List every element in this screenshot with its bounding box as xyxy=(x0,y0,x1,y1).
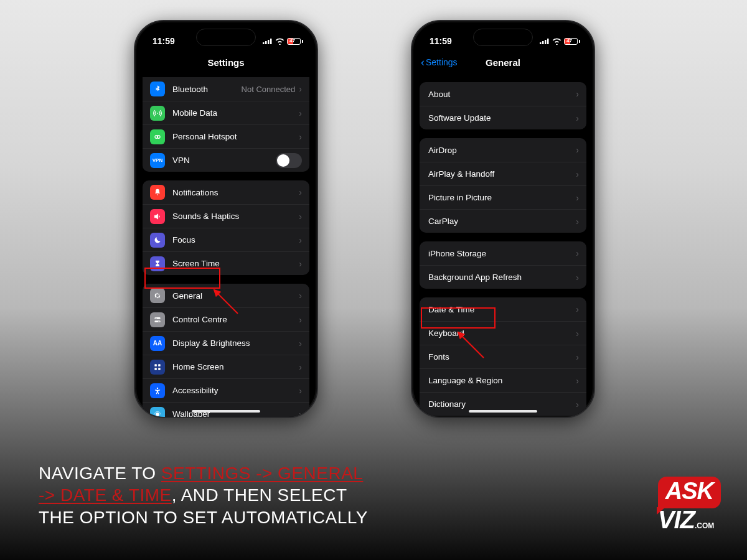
chevron-right-icon: › xyxy=(576,193,579,203)
status-time: 11:59 xyxy=(153,36,175,46)
row-carplay[interactable]: CarPlay› xyxy=(420,209,586,233)
chevron-right-icon: › xyxy=(576,352,579,362)
cellular-icon xyxy=(540,38,550,44)
chevron-right-icon: › xyxy=(576,145,579,155)
row-background-refresh[interactable]: Background App Refresh› xyxy=(420,265,586,289)
row-about[interactable]: About› xyxy=(420,82,586,106)
chevron-right-icon: › xyxy=(299,409,302,419)
chevron-right-icon: › xyxy=(299,132,302,142)
settings-group-connectivity: Bluetooth Not Connected › Mobile Data › … xyxy=(143,77,309,172)
general-group-datetime: Date & Time› Keyboard› Fonts› Language &… xyxy=(420,297,586,416)
chevron-right-icon: › xyxy=(576,304,579,314)
general-group-storage: iPhone Storage› Background App Refresh› xyxy=(420,241,586,289)
moon-icon xyxy=(150,233,165,248)
chevron-right-icon: › xyxy=(576,169,579,179)
askviz-logo: ASK VIZ.COM xyxy=(658,477,721,534)
row-control-centre[interactable]: Control Centre › xyxy=(143,307,309,331)
chevron-right-icon: › xyxy=(576,273,579,282)
chevron-right-icon: › xyxy=(299,315,302,325)
page-title: Settings xyxy=(207,57,244,68)
chevron-right-icon: › xyxy=(299,362,302,372)
chevron-right-icon: › xyxy=(576,329,579,338)
chevron-right-icon: › xyxy=(576,217,579,226)
back-button[interactable]: ‹ Settings xyxy=(421,57,458,68)
settings-group-general: General › Control Centre › AA Display & … xyxy=(143,284,309,418)
vpn-toggle[interactable] xyxy=(276,153,302,168)
chevron-left-icon: ‹ xyxy=(421,57,425,68)
row-sounds-haptics[interactable]: Sounds & Haptics › xyxy=(143,204,309,228)
row-home-screen[interactable]: Home Screen › xyxy=(143,355,309,378)
chevron-right-icon: › xyxy=(576,113,579,123)
wifi-icon xyxy=(275,38,284,45)
svg-rect-11 xyxy=(154,364,157,366)
row-general[interactable]: General › xyxy=(143,284,309,307)
settings-group-alerts: Notifications › Sounds & Haptics › Focus… xyxy=(143,180,309,275)
cellular-icon xyxy=(263,38,273,44)
instruction-caption: NAVIGATE TO SETTINGS -> GENERAL -> DATE … xyxy=(39,462,368,529)
chevron-right-icon: › xyxy=(299,291,302,301)
svg-rect-8 xyxy=(154,320,160,322)
page-title: General xyxy=(486,57,520,68)
chevron-right-icon: › xyxy=(299,187,302,197)
svg-point-9 xyxy=(156,317,157,319)
row-fonts[interactable]: Fonts› xyxy=(420,345,586,368)
row-keyboard[interactable]: Keyboard› xyxy=(420,321,586,345)
row-personal-hotspot[interactable]: Personal Hotspot › xyxy=(143,124,309,148)
svg-rect-19 xyxy=(540,42,542,44)
battery-icon: 47 xyxy=(287,38,303,45)
nav-bar: ‹ Settings General xyxy=(412,51,594,73)
svg-rect-21 xyxy=(545,40,547,44)
svg-rect-0 xyxy=(263,42,265,44)
row-airplay-handoff[interactable]: AirPlay & Handoff› xyxy=(420,162,586,185)
svg-point-15 xyxy=(157,387,158,388)
svg-rect-13 xyxy=(154,368,157,370)
row-date-time[interactable]: Date & Time› xyxy=(420,297,586,321)
gear-icon xyxy=(150,288,165,303)
chevron-right-icon: › xyxy=(299,212,302,222)
row-notifications[interactable]: Notifications › xyxy=(143,180,309,204)
svg-rect-1 xyxy=(265,41,267,44)
row-bluetooth[interactable]: Bluetooth Not Connected › xyxy=(143,77,309,101)
dynamic-island xyxy=(473,29,533,46)
general-group-airplay: AirDrop› AirPlay & Handoff› Picture in P… xyxy=(420,138,586,233)
switches-icon xyxy=(150,312,165,327)
row-iphone-storage[interactable]: iPhone Storage› xyxy=(420,241,586,265)
accessibility-icon xyxy=(150,383,165,398)
chevron-right-icon: › xyxy=(576,376,579,386)
grid-icon xyxy=(150,360,165,375)
home-indicator xyxy=(192,410,260,413)
dynamic-island xyxy=(196,29,256,46)
nav-bar: Settings xyxy=(135,51,317,73)
home-indicator xyxy=(469,410,537,413)
chevron-right-icon: › xyxy=(299,235,302,245)
hotspot-icon xyxy=(150,129,165,144)
row-accessibility[interactable]: Accessibility › xyxy=(143,378,309,402)
row-display-brightness[interactable]: AA Display & Brightness › xyxy=(143,331,309,355)
row-language-region[interactable]: Language & Region› xyxy=(420,368,586,392)
vpn-icon: VPN xyxy=(150,153,165,168)
chevron-right-icon: › xyxy=(576,399,579,409)
svg-point-10 xyxy=(158,320,159,322)
row-software-update[interactable]: Software Update› xyxy=(420,106,586,129)
textsize-icon: AA xyxy=(150,336,165,351)
svg-rect-3 xyxy=(270,39,272,44)
chevron-right-icon: › xyxy=(576,248,579,258)
svg-rect-12 xyxy=(158,364,160,366)
svg-point-4 xyxy=(157,113,158,114)
battery-icon: 47 xyxy=(564,38,580,45)
antenna-icon xyxy=(150,106,165,121)
svg-rect-22 xyxy=(547,39,549,44)
wallpaper-icon xyxy=(150,407,165,419)
chevron-right-icon: › xyxy=(576,89,579,99)
row-airdrop[interactable]: AirDrop› xyxy=(420,138,586,162)
chevron-right-icon: › xyxy=(299,108,302,118)
row-focus[interactable]: Focus › xyxy=(143,228,309,251)
svg-rect-20 xyxy=(542,41,544,44)
row-mobile-data[interactable]: Mobile Data › xyxy=(143,101,309,124)
chevron-right-icon: › xyxy=(299,386,302,396)
wifi-icon xyxy=(552,38,561,45)
row-vpn[interactable]: VPN VPN xyxy=(143,148,309,172)
row-pip[interactable]: Picture in Picture› xyxy=(420,185,586,209)
svg-point-16 xyxy=(156,413,159,416)
row-screen-time[interactable]: Screen Time › xyxy=(143,251,309,275)
